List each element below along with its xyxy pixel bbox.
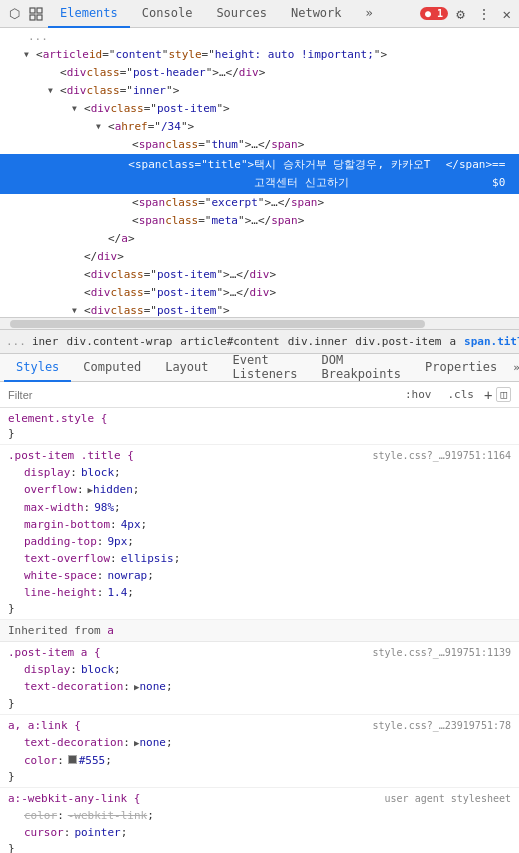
tab-more[interactable]: » bbox=[354, 0, 385, 28]
tab-computed[interactable]: Computed bbox=[71, 354, 153, 382]
cursor-icon[interactable]: ⬡ bbox=[4, 4, 24, 24]
tab-styles[interactable]: Styles bbox=[4, 354, 71, 382]
table-row[interactable]: <article id="content" style="height: aut… bbox=[0, 46, 519, 64]
tab-console[interactable]: Console bbox=[130, 0, 205, 28]
table-row[interactable]: <div class="post-item" >…</div> bbox=[0, 284, 519, 302]
filter-input[interactable] bbox=[8, 389, 393, 401]
table-row[interactable]: <span class="excerpt" >…</span> bbox=[0, 194, 519, 212]
rule-header: element.style { bbox=[8, 412, 511, 425]
svg-rect-0 bbox=[30, 8, 35, 13]
selector[interactable]: a, a:link { bbox=[8, 719, 81, 732]
scrollbar-thumb[interactable] bbox=[10, 320, 425, 328]
tab-layout[interactable]: Layout bbox=[153, 354, 220, 382]
hov-button[interactable]: :hov bbox=[399, 386, 438, 403]
css-props: display : block ; text-decoration : ▶ no… bbox=[8, 661, 511, 696]
breadcrumb-item-iner[interactable]: iner bbox=[28, 335, 63, 348]
table-row[interactable]: <span class="thum" >…</span> bbox=[0, 136, 519, 154]
selector[interactable]: .post-item a { bbox=[8, 646, 101, 659]
expand-triangle[interactable] bbox=[24, 46, 36, 64]
style-rule-post-item-a: .post-item a { style.css?_…919751:1139 d… bbox=[0, 642, 519, 715]
toolbar-right: ● 1 ⚙ ⋮ ✕ bbox=[420, 4, 515, 24]
inherited-from-a: Inherited from a bbox=[0, 620, 519, 642]
more-options-icon[interactable]: ⋮ bbox=[473, 4, 495, 24]
expand-triangle[interactable] bbox=[96, 118, 108, 136]
css-prop-color-strikethrough: color : -webkit-link ; bbox=[24, 807, 511, 824]
breadcrumb-item-inner[interactable]: div.inner bbox=[284, 335, 352, 348]
css-prop-text-decoration: text-decoration : ▶ none ; bbox=[24, 734, 511, 752]
expand-triangle[interactable] bbox=[48, 82, 60, 100]
css-prop-text-overflow: text-overflow : ellipsis ; bbox=[24, 550, 511, 567]
table-row[interactable]: <div class="inner" > bbox=[0, 82, 519, 100]
css-prop-color: color : #555 ; bbox=[24, 752, 511, 769]
rule-header: a, a:link { style.css?_…23919751:78 bbox=[8, 719, 511, 732]
table-row[interactable]: <div class="post-item" >…</div> bbox=[0, 266, 519, 284]
selector[interactable]: element.style { bbox=[8, 412, 107, 425]
table-row[interactable]: <a href="/34" > bbox=[0, 118, 519, 136]
expand-triangle[interactable] bbox=[72, 302, 84, 318]
rule-close: } bbox=[8, 697, 511, 710]
tab-elements[interactable]: Elements bbox=[48, 0, 130, 28]
style-rule-post-item-title: .post-item .title { style.css?_…919751:1… bbox=[0, 445, 519, 620]
tab-sources[interactable]: Sources bbox=[204, 0, 279, 28]
close-icon[interactable]: ✕ bbox=[499, 4, 515, 24]
breadcrumb-item-post-item[interactable]: div.post-item bbox=[351, 335, 445, 348]
dom-dots-line: ... bbox=[0, 28, 519, 46]
css-prop-white-space: white-space : nowrap ; bbox=[24, 567, 511, 584]
svg-rect-2 bbox=[30, 15, 35, 20]
css-props: display : block ; overflow : ▶ hidden ; … bbox=[8, 464, 511, 601]
table-row[interactable]: </div> bbox=[0, 248, 519, 266]
dom-dots: ... bbox=[24, 28, 52, 46]
main-tabs: Elements Console Sources Network » bbox=[48, 0, 418, 28]
error-badge: ● 1 bbox=[420, 7, 448, 20]
tab-event-listeners[interactable]: Event Listeners bbox=[221, 354, 310, 382]
tab-properties[interactable]: Properties bbox=[413, 354, 509, 382]
source-link[interactable]: user agent stylesheet bbox=[385, 793, 511, 804]
filter-bar: :hov .cls + ◫ bbox=[0, 382, 519, 408]
style-rule-a-link: a, a:link { style.css?_…23919751:78 text… bbox=[0, 715, 519, 788]
horizontal-scrollbar[interactable] bbox=[0, 318, 519, 330]
main-toolbar: ⬡ Elements Console Sources Network » ● 1… bbox=[0, 0, 519, 28]
breadcrumb-item-content-wrap[interactable]: div.content-wrap bbox=[62, 335, 176, 348]
collapse-button[interactable]: ◫ bbox=[496, 387, 511, 402]
table-row[interactable]: <span class="title" >택시 승차거부 당할경우, 카카오T … bbox=[0, 154, 519, 194]
styles-tabs: Styles Computed Layout Event Listeners D… bbox=[0, 354, 519, 382]
table-row[interactable]: <div class="post-item" > bbox=[0, 302, 519, 318]
filter-actions: :hov .cls + ◫ bbox=[399, 386, 511, 403]
tab-dom-breakpoints[interactable]: DOM Breakpoints bbox=[310, 354, 413, 382]
css-prop-display: display : block ; bbox=[24, 661, 511, 678]
table-row[interactable]: <div class="post-item" > bbox=[0, 100, 519, 118]
source-link[interactable]: style.css?_…23919751:78 bbox=[373, 720, 511, 731]
css-prop-overflow: overflow : ▶ hidden ; bbox=[24, 481, 511, 499]
rule-header: .post-item .title { style.css?_…919751:1… bbox=[8, 449, 511, 462]
inherited-tag-a[interactable]: a bbox=[107, 624, 114, 637]
css-prop-line-height: line-height : 1.4 ; bbox=[24, 584, 511, 601]
tab-network[interactable]: Network bbox=[279, 0, 354, 28]
rule-close: } bbox=[8, 770, 511, 783]
breadcrumb-item-a[interactable]: a bbox=[445, 335, 460, 348]
css-prop-cursor: cursor : pointer ; bbox=[24, 824, 511, 841]
rule-close: } bbox=[8, 602, 511, 615]
cls-button[interactable]: .cls bbox=[441, 386, 480, 403]
table-row[interactable]: </a> bbox=[0, 230, 519, 248]
breadcrumb-item-span-title[interactable]: span.title bbox=[460, 335, 519, 348]
color-swatch[interactable] bbox=[68, 755, 77, 764]
css-prop-padding-top: padding-top : 9px ; bbox=[24, 533, 511, 550]
source-link[interactable]: style.css?_…919751:1164 bbox=[373, 450, 511, 461]
inspect-icon[interactable] bbox=[26, 4, 46, 24]
gear-icon[interactable]: ⚙ bbox=[452, 4, 468, 24]
selector[interactable]: a:-webkit-any-link { bbox=[8, 792, 140, 805]
table-row[interactable]: <span class="meta" >…</span> bbox=[0, 212, 519, 230]
table-row[interactable]: <div class="post-header" >…</div> bbox=[0, 64, 519, 82]
css-prop-margin-bottom: margin-bottom : 4px ; bbox=[24, 516, 511, 533]
add-style-button[interactable]: + bbox=[484, 387, 492, 403]
breadcrumb-item-article[interactable]: article#content bbox=[176, 335, 283, 348]
style-rule-webkit-any-link: a:-webkit-any-link { user agent styleshe… bbox=[0, 788, 519, 853]
styles-tabs-more[interactable]: » bbox=[509, 361, 519, 374]
css-prop-display: display : block ; bbox=[24, 464, 511, 481]
expand-triangle[interactable] bbox=[72, 100, 84, 118]
selector[interactable]: .post-item .title { bbox=[8, 449, 134, 462]
breadcrumb-dots: ... bbox=[6, 335, 26, 348]
rule-header: a:-webkit-any-link { user agent styleshe… bbox=[8, 792, 511, 805]
svg-rect-3 bbox=[37, 15, 42, 20]
source-link[interactable]: style.css?_…919751:1139 bbox=[373, 647, 511, 658]
